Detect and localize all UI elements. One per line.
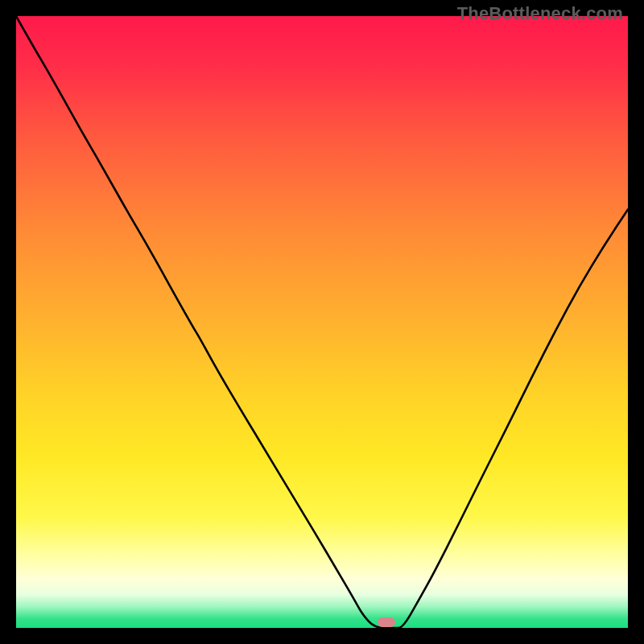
watermark-text: TheBottleneck.com [457,3,623,24]
bottleneck-curve [16,16,628,628]
optimal-marker [378,617,395,627]
chart-frame: TheBottleneck.com [0,0,644,644]
curve-layer [16,16,628,628]
plot-area [16,16,628,628]
